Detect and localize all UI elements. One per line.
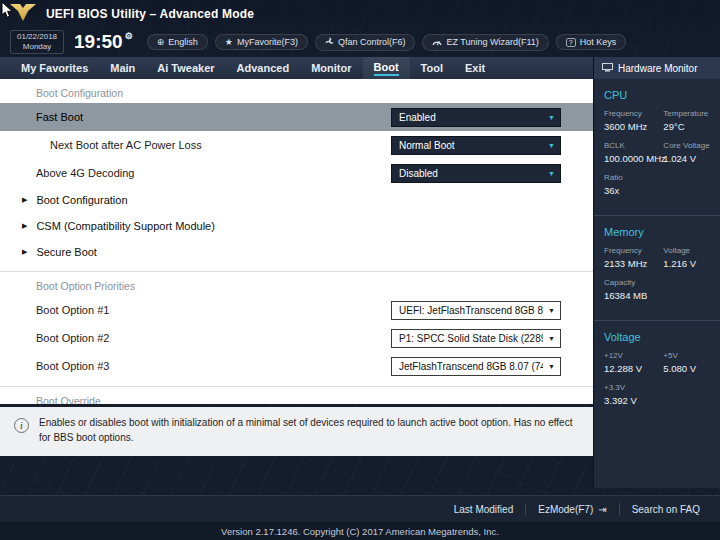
cpu-frequency: Frequency 3600 MHz <box>604 109 663 132</box>
right-arrow-icon: ▶ <box>22 248 27 256</box>
link-secure-boot[interactable]: ▶ Secure Boot <box>0 239 593 265</box>
setting-row-next-boot[interactable]: Next Boot after AC Power Loss Normal Boo… <box>0 131 593 159</box>
chevron-down-icon: ▼ <box>543 335 560 342</box>
bios-screen: UEFI BIOS Utility – Advanced Mode 01/22/… <box>0 0 720 540</box>
header-toolbar: ⊕ English ★ MyFavorite(F3) Qfan Control(… <box>147 34 627 51</box>
bottom-action-bar: Last Modified EzMode(F7) ⇥ Search on FAQ <box>0 495 720 522</box>
memory-voltage: Voltage 1.216 V <box>663 246 710 269</box>
page-title: UEFI BIOS Utility – Advanced Mode <box>46 7 254 21</box>
memory-frequency: Frequency 2133 MHz <box>604 246 663 269</box>
date-display: 01/22/2018 Monday <box>10 30 64 55</box>
section-boot-option-priorities: Boot Option Priorities <box>0 271 593 296</box>
voltage-5v: +5V 5.080 V <box>663 351 710 374</box>
mouse-cursor <box>1 1 13 19</box>
voltage-3-3v: +3.3V 3.392 V <box>604 383 663 406</box>
memory-section-title: Memory <box>604 226 710 238</box>
setting-row-fast-boot[interactable]: Fast Boot Enabled ▼ <box>0 103 593 131</box>
hardware-monitor-header: Hardware Monitor <box>594 57 720 79</box>
link-label: Secure Boot <box>36 246 97 258</box>
fast-boot-label: Fast Boot <box>36 111 83 123</box>
hot-keys-button[interactable]: ? Hot Keys <box>556 34 626 50</box>
fan-icon <box>325 37 334 48</box>
tab-main[interactable]: Main <box>99 57 146 79</box>
cpu-bclk: BCLK 100.0000 MHz <box>604 141 663 164</box>
boot-option-1-row[interactable]: Boot Option #1 UEFI: JetFlashTranscend 8… <box>0 296 593 324</box>
section-boot-override: Boot Override <box>0 386 593 404</box>
link-csm[interactable]: ▶ CSM (Compatibility Support Module) <box>0 213 593 239</box>
tab-ai-tweaker[interactable]: Ai Tweaker <box>146 57 225 79</box>
boot-option-1-value: UEFI: JetFlashTranscend 8GB 8.0 <box>399 305 543 316</box>
myfavorite-label: MyFavorite(F3) <box>237 37 298 47</box>
boot-settings-panel: Boot Configuration Fast Boot Enabled ▼ N… <box>0 79 593 404</box>
chevron-down-icon: ▼ <box>543 142 560 149</box>
above-4g-label: Above 4G Decoding <box>36 167 134 179</box>
boot-option-2-row[interactable]: Boot Option #2 P1: SPCC Solid State Disk… <box>0 324 593 352</box>
fast-boot-value: Enabled <box>399 112 436 123</box>
chevron-down-icon: ▼ <box>543 307 560 314</box>
gauge-icon <box>432 37 442 48</box>
section-boot-configuration: Boot Configuration <box>0 79 593 103</box>
right-arrow-icon: ▶ <box>22 222 27 230</box>
link-label: Boot Configuration <box>36 194 127 206</box>
ez-tuning-label: EZ Tuning Wizard(F11) <box>446 37 538 47</box>
next-boot-dropdown[interactable]: Normal Boot ▼ <box>391 136 561 155</box>
hotkey-icon: ? <box>566 38 576 47</box>
ez-tuning-wizard-button[interactable]: EZ Tuning Wizard(F11) <box>422 34 548 51</box>
time-value: 19:50 <box>74 31 123 53</box>
cpu-section-title: CPU <box>604 89 710 101</box>
hot-keys-label: Hot Keys <box>580 37 617 47</box>
last-modified-button[interactable]: Last Modified <box>442 504 525 515</box>
boot-option-2-dropdown[interactable]: P1: SPCC Solid State Disk (2289 ▼ <box>391 329 561 348</box>
tab-my-favorites[interactable]: My Favorites <box>10 57 99 79</box>
link-label: CSM (Compatibility Support Module) <box>36 220 215 232</box>
right-arrow-icon: ▶ <box>22 196 27 204</box>
language-label: English <box>168 37 198 47</box>
cpu-core-voltage: Core Voltage 1.024 V <box>663 141 710 164</box>
fast-boot-dropdown[interactable]: Enabled ▼ <box>391 108 561 127</box>
tab-exit[interactable]: Exit <box>454 57 496 79</box>
clock-display: 19:50 ⚙ <box>74 31 133 53</box>
language-button[interactable]: ⊕ English <box>147 34 208 50</box>
ezmode-button[interactable]: EzMode(F7) ⇥ <box>526 504 618 515</box>
monitor-icon <box>602 63 613 74</box>
chevron-down-icon: ▼ <box>543 114 560 121</box>
voltage-section-title: Voltage <box>604 331 710 343</box>
boot-option-3-label: Boot Option #3 <box>36 360 109 372</box>
memory-monitor-section: Memory Frequency 2133 MHz Voltage 1.216 … <box>594 215 720 320</box>
hardware-monitor-title: Hardware Monitor <box>618 63 697 74</box>
above-4g-dropdown[interactable]: Disabled ▼ <box>391 164 561 183</box>
top-bar: UEFI BIOS Utility – Advanced Mode 01/22/… <box>0 0 720 57</box>
boot-option-1-dropdown[interactable]: UEFI: JetFlashTranscend 8GB 8.0 ▼ <box>391 301 561 320</box>
gear-icon[interactable]: ⚙ <box>125 31 133 41</box>
tab-tool[interactable]: Tool <box>410 57 454 79</box>
link-boot-configuration[interactable]: ▶ Boot Configuration <box>0 187 593 213</box>
qfan-control-button[interactable]: Qfan Control(F6) <box>315 34 416 51</box>
globe-icon: ⊕ <box>157 37 165 47</box>
weekday-value: Monday <box>17 42 57 52</box>
above-4g-value: Disabled <box>399 168 438 179</box>
version-bar: Version 2.17.1246. Copyright (C) 2017 Am… <box>0 522 720 540</box>
star-icon: ★ <box>225 37 233 47</box>
boot-option-3-dropdown[interactable]: JetFlashTranscend 8GB 8.07 (74 ▼ <box>391 357 561 376</box>
tab-boot[interactable]: Boot <box>363 57 410 79</box>
tab-monitor[interactable]: Monitor <box>300 57 362 79</box>
setting-row-above-4g[interactable]: Above 4G Decoding Disabled ▼ <box>0 159 593 187</box>
help-text: Enables or disables boot with initializa… <box>39 415 579 445</box>
search-on-faq-button[interactable]: Search on FAQ <box>620 504 712 515</box>
ezmode-arrow-icon: ⇥ <box>598 504 606 515</box>
help-description-box: i Enables or disables boot with initiali… <box>0 407 593 456</box>
next-boot-value: Normal Boot <box>399 140 455 151</box>
chevron-down-icon: ▼ <box>543 170 560 177</box>
qfan-label: Qfan Control(F6) <box>338 37 406 47</box>
boot-option-3-value: JetFlashTranscend 8GB 8.07 (74 <box>399 361 543 372</box>
myfavorite-button[interactable]: ★ MyFavorite(F3) <box>215 34 308 50</box>
tab-advanced[interactable]: Advanced <box>226 57 301 79</box>
cpu-ratio: Ratio 36x <box>604 173 663 196</box>
boot-option-3-row[interactable]: Boot Option #3 JetFlashTranscend 8GB 8.0… <box>0 352 593 380</box>
memory-capacity: Capacity 16384 MB <box>604 278 663 301</box>
chevron-down-icon: ▼ <box>543 363 560 370</box>
info-icon: i <box>14 418 29 433</box>
boot-option-2-label: Boot Option #2 <box>36 332 109 344</box>
hardware-monitor-panel: Hardware Monitor CPU Frequency 3600 MHz … <box>593 57 720 488</box>
date-value: 01/22/2018 <box>17 32 57 42</box>
